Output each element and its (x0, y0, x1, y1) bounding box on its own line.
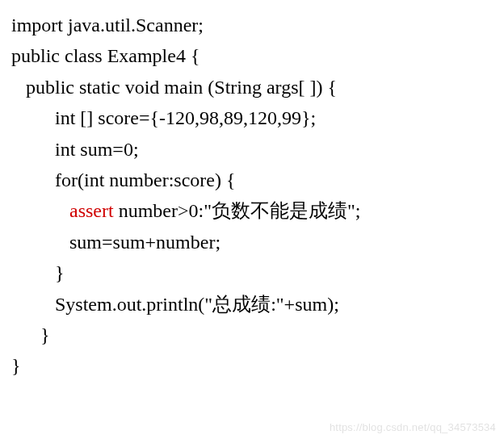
code-line: int sum=0; (11, 134, 493, 165)
keyword-assert: assert (69, 200, 114, 221)
code-line: for(int number:score) { (11, 165, 493, 195)
code-text: } (55, 262, 65, 283)
code-block: import java.util.Scanner;public class Ex… (0, 0, 504, 391)
code-text: for(int number:score) { (55, 169, 235, 190)
code-line: } (11, 350, 493, 381)
code-line: System.out.println("总成绩:"+sum); (11, 289, 493, 320)
code-text: } (40, 324, 50, 345)
watermark-text: https://blog.csdn.net/qq_34573534 (330, 420, 496, 437)
code-line: public class Example4 { (11, 40, 493, 71)
code-text: } (11, 355, 21, 376)
code-line: } (11, 320, 493, 350)
code-text: sum=sum+number; (69, 232, 220, 253)
code-text: int [] score={-120,98,89,120,99}; (55, 107, 316, 128)
code-text: import java.util.Scanner; (11, 15, 204, 36)
code-text: public class Example4 { (11, 45, 200, 66)
code-line: assert number>0:"负数不能是成绩"; (11, 195, 493, 226)
code-text: public static void main (String args[ ])… (26, 77, 337, 98)
code-line: public static void main (String args[ ])… (11, 72, 493, 102)
code-line: import java.util.Scanner; (11, 10, 493, 40)
code-text: number>0:"负数不能是成绩"; (114, 200, 361, 221)
code-line: } (11, 257, 493, 288)
code-text: int sum=0; (55, 139, 139, 160)
code-text: System.out.println("总成绩:"+sum); (55, 294, 339, 315)
code-line: int [] score={-120,98,89,120,99}; (11, 102, 493, 133)
code-line: sum=sum+number; (11, 227, 493, 257)
